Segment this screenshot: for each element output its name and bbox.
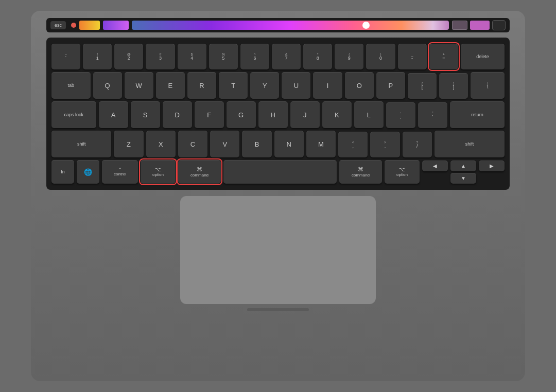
key-i[interactable]: I bbox=[313, 72, 342, 99]
key-quote[interactable]: " ' bbox=[418, 102, 447, 128]
key-w[interactable]: W bbox=[125, 72, 153, 99]
key-s[interactable]: S bbox=[131, 101, 160, 128]
key-period[interactable]: > . bbox=[370, 132, 399, 157]
key-caps-lock[interactable]: caps lock bbox=[51, 101, 96, 128]
qwerty-row: tab Q W E R T Y U I O P { [ } ] | \ bbox=[51, 72, 505, 99]
key-comma[interactable]: < , bbox=[338, 132, 368, 157]
key-delete[interactable]: delete bbox=[461, 44, 505, 69]
bottom-bar bbox=[247, 308, 309, 311]
touch-bar: esc bbox=[46, 18, 510, 32]
key-g[interactable]: G bbox=[227, 101, 256, 128]
key-a[interactable]: A bbox=[99, 101, 128, 128]
asdf-row: caps lock A S D F G H J K L : ; " ' retu… bbox=[51, 101, 505, 128]
key-option-right[interactable]: ⌥ option bbox=[385, 160, 420, 184]
key-arrow-left[interactable]: ◀ bbox=[422, 161, 448, 171]
key-j[interactable]: J bbox=[290, 101, 320, 128]
key-o[interactable]: O bbox=[345, 72, 374, 99]
key-v[interactable]: V bbox=[210, 131, 239, 157]
key-c[interactable]: C bbox=[178, 131, 207, 157]
key-3[interactable]: # 3 bbox=[146, 44, 175, 69]
tb-widget-4 bbox=[470, 21, 490, 30]
key-4[interactable]: $ 4 bbox=[178, 44, 206, 69]
key-arrow-right[interactable]: ▶ bbox=[479, 161, 505, 171]
tb-slider-thumb bbox=[362, 22, 370, 29]
key-tab[interactable]: tab bbox=[51, 72, 91, 99]
tb-esc-key[interactable]: esc bbox=[50, 21, 66, 29]
key-7[interactable]: & 7 bbox=[272, 44, 301, 69]
key-arrow-down[interactable]: ▼ bbox=[450, 173, 476, 184]
key-fn[interactable]: fn bbox=[51, 160, 74, 184]
key-5[interactable]: % 5 bbox=[209, 44, 238, 69]
keyboard: ~ ` ! 1 @ 2 # 3 $ 4 % 5 bbox=[46, 38, 510, 190]
key-plus-equals[interactable]: + = bbox=[429, 44, 458, 69]
number-row: ~ ` ! 1 @ 2 # 3 $ 4 % 5 bbox=[51, 44, 505, 69]
key-p[interactable]: P bbox=[376, 72, 405, 99]
modifier-row: fn 🌐 ⌃ control ⌥ option ⌘ command ⌘ comm… bbox=[51, 160, 505, 184]
key-option-left[interactable]: ⌥ option bbox=[141, 160, 176, 184]
key-r[interactable]: R bbox=[187, 72, 216, 99]
key-semicolon[interactable]: : ; bbox=[386, 102, 415, 128]
key-d[interactable]: D bbox=[163, 101, 192, 128]
key-z[interactable]: Z bbox=[114, 131, 143, 157]
key-command-right[interactable]: ⌘ command bbox=[339, 160, 382, 184]
key-8[interactable]: * 8 bbox=[303, 44, 332, 69]
zxcv-row: shift Z X C V B N M < , > . ? / shift bbox=[51, 131, 505, 157]
key-slash[interactable]: ? / bbox=[403, 132, 432, 157]
tb-widget-2 bbox=[103, 21, 129, 30]
key-minus[interactable]: _ - bbox=[398, 44, 427, 69]
key-bracket-close[interactable]: } ] bbox=[439, 73, 468, 99]
arrow-up-row: ◀ ▲ ▼ ▶ bbox=[422, 161, 505, 184]
tb-slider[interactable] bbox=[132, 21, 449, 30]
key-1[interactable]: ! 1 bbox=[83, 44, 112, 69]
key-2[interactable]: @ 2 bbox=[114, 44, 143, 69]
tb-widget-3 bbox=[452, 21, 467, 30]
key-shift-right[interactable]: shift bbox=[435, 131, 505, 157]
key-u[interactable]: U bbox=[282, 72, 310, 99]
key-k[interactable]: K bbox=[322, 101, 352, 128]
key-backtick[interactable]: ~ ` bbox=[51, 44, 80, 69]
key-return[interactable]: return bbox=[450, 101, 505, 128]
key-t[interactable]: T bbox=[219, 72, 248, 99]
key-h[interactable]: H bbox=[258, 101, 288, 128]
key-9[interactable]: ( 9 bbox=[335, 44, 363, 69]
tb-close-dot bbox=[71, 23, 76, 28]
tb-touch-id[interactable] bbox=[492, 20, 506, 30]
key-l[interactable]: L bbox=[354, 101, 384, 128]
key-e[interactable]: E bbox=[156, 72, 185, 99]
laptop-body: esc ~ ` ! 1 @ bbox=[31, 11, 525, 381]
key-command-left[interactable]: ⌘ command bbox=[178, 160, 221, 184]
key-y[interactable]: Y bbox=[250, 72, 279, 99]
key-arrow-up[interactable]: ▲ bbox=[450, 161, 476, 171]
key-x[interactable]: X bbox=[146, 131, 176, 157]
key-6[interactable]: ^ 6 bbox=[240, 44, 269, 69]
key-n[interactable]: N bbox=[274, 131, 304, 157]
arrow-keys: ◀ ▲ ▼ ▶ bbox=[422, 161, 505, 184]
key-bracket-open[interactable]: { [ bbox=[408, 73, 437, 99]
key-m[interactable]: M bbox=[306, 131, 336, 157]
key-control[interactable]: ⌃ control bbox=[102, 160, 138, 184]
tb-traffic-lights bbox=[71, 23, 76, 28]
key-q[interactable]: Q bbox=[93, 72, 122, 99]
tb-widget-1 bbox=[79, 21, 100, 30]
key-f[interactable]: F bbox=[195, 101, 224, 128]
key-backslash[interactable]: | \ bbox=[471, 72, 505, 99]
key-shift-left[interactable]: shift bbox=[51, 131, 111, 157]
trackpad[interactable] bbox=[180, 196, 376, 304]
key-globe[interactable]: 🌐 bbox=[77, 160, 99, 184]
key-space[interactable] bbox=[223, 160, 337, 184]
key-0[interactable]: ) 0 bbox=[366, 44, 395, 69]
key-b[interactable]: B bbox=[242, 131, 271, 157]
